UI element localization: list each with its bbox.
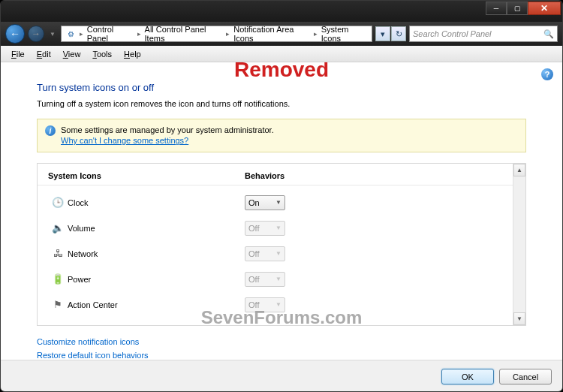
volume-icon: 🔈 <box>48 222 68 234</box>
dialog-footer: OK Cancel <box>1 360 562 392</box>
ok-button[interactable]: OK <box>441 369 494 384</box>
row-label: Power <box>68 275 245 284</box>
network-icon: 🖧 <box>48 248 68 259</box>
crumb-sep-icon[interactable]: ▸ <box>225 30 230 38</box>
chevron-down-icon: ▼ <box>275 250 282 257</box>
window-frame: ─ ▢ ✕ ← → ▼ ⚙ ▸ Control Panel ▸ All Cont… <box>0 0 563 392</box>
forward-button[interactable]: → <box>28 26 44 42</box>
power-icon: 🔋 <box>48 273 68 285</box>
scroll-track[interactable] <box>513 176 525 312</box>
info-icon: i <box>45 125 56 136</box>
behavior-select: Off▼ <box>245 221 285 236</box>
row-label: Volume <box>68 224 245 233</box>
scroll-up-button[interactable]: ▲ <box>513 164 525 176</box>
chevron-down-icon: ▼ <box>275 225 282 231</box>
content-area: Removed ? Turn system icons on or off Tu… <box>1 62 562 360</box>
info-text: Some settings are managed by your system… <box>61 125 274 146</box>
table-row: 🔈VolumeOff▼ <box>48 216 515 241</box>
chevron-down-icon: ▼ <box>275 199 282 206</box>
cancel-button[interactable]: Cancel <box>499 369 552 384</box>
window-controls: ─ ▢ ✕ <box>486 2 561 15</box>
chevron-down-icon: ▼ <box>275 276 282 282</box>
watermark-removed: Removed <box>234 62 329 82</box>
table-body: 🕒ClockOn▼🔈VolumeOff▼🖧NetworkOff▼🔋PowerOf… <box>38 185 525 325</box>
scrollbar[interactable]: ▲ ▼ <box>513 164 525 325</box>
menu-help[interactable]: Help <box>118 48 147 60</box>
search-icon[interactable]: 🔍 <box>543 29 554 39</box>
watermark-sevenforums: SevenForums.com <box>201 307 363 328</box>
col-system-icons: System Icons <box>48 171 245 180</box>
table-header: System Icons Behaviors <box>38 164 525 185</box>
select-value: Off <box>248 249 259 258</box>
behavior-select[interactable]: On▼ <box>245 195 285 210</box>
system-icons-table: ▲ ▼ System Icons Behaviors 🕒ClockOn▼🔈Vol… <box>37 163 526 326</box>
clock-icon: 🕒 <box>48 197 68 208</box>
maximize-button[interactable]: ▢ <box>507 2 528 15</box>
help-icon[interactable]: ? <box>541 68 553 80</box>
page-description: Turning off a system icon removes the ic… <box>37 99 526 119</box>
table-row: 🕒ClockOn▼ <box>48 190 515 216</box>
customize-link[interactable]: Customize notification icons <box>37 335 526 348</box>
banner-help-link[interactable]: Why can't I change some settings? <box>61 136 188 145</box>
menu-bar: File Edit View Tools Help <box>1 46 562 62</box>
banner-text: Some settings are managed by your system… <box>61 125 274 134</box>
close-button[interactable]: ✕ <box>528 2 561 15</box>
address-tools: ▾ ↻ <box>375 26 406 41</box>
crumb-sep-icon[interactable]: ▸ <box>137 30 142 38</box>
behavior-select: Off▼ <box>245 246 285 261</box>
table-row: 🖧NetworkOff▼ <box>48 241 515 267</box>
select-value: Off <box>248 224 259 233</box>
restore-link[interactable]: Restore default icon behaviors <box>37 348 526 360</box>
breadcrumb-item[interactable]: All Control Panel Items <box>142 25 226 43</box>
history-dropdown-icon[interactable]: ▼ <box>47 31 58 38</box>
refresh-button[interactable]: ↻ <box>391 26 406 41</box>
control-panel-icon: ⚙ <box>65 28 77 40</box>
nav-toolbar: ← → ▼ ⚙ ▸ Control Panel ▸ All Control Pa… <box>1 22 562 46</box>
col-behaviors: Behaviors <box>245 171 285 180</box>
address-bar[interactable]: ⚙ ▸ Control Panel ▸ All Control Panel It… <box>61 26 372 42</box>
address-dropdown-button[interactable]: ▾ <box>375 26 390 41</box>
menu-edit[interactable]: Edit <box>31 48 57 60</box>
menu-tools[interactable]: Tools <box>86 48 118 60</box>
behavior-select: Off▼ <box>245 272 285 287</box>
search-input[interactable]: Search Control Panel 🔍 <box>409 26 558 42</box>
select-value: Off <box>248 275 259 284</box>
crumb-sep-icon[interactable]: ▸ <box>313 30 318 38</box>
bottom-links: Customize notification icons Restore def… <box>37 326 526 360</box>
titlebar[interactable]: ─ ▢ ✕ <box>1 1 562 22</box>
breadcrumb-item[interactable]: Notification Area Icons <box>230 25 312 43</box>
menu-view[interactable]: View <box>57 48 87 60</box>
table-row: 🔋PowerOff▼ <box>48 267 515 292</box>
scroll-down-button[interactable]: ▼ <box>513 312 525 325</box>
breadcrumb-item[interactable]: Control Panel <box>84 25 137 43</box>
search-placeholder: Search Control Panel <box>413 29 492 38</box>
breadcrumb-item[interactable]: System Icons <box>318 25 370 43</box>
row-label: Clock <box>68 198 245 207</box>
action-center-icon: ⚑ <box>48 299 68 310</box>
minimize-button[interactable]: ─ <box>486 2 507 15</box>
crumb-sep-icon[interactable]: ▸ <box>79 30 84 38</box>
admin-info-banner: i Some settings are managed by your syst… <box>37 119 526 152</box>
back-button[interactable]: ← <box>5 24 25 44</box>
select-value: On <box>248 198 260 207</box>
menu-file[interactable]: File <box>5 48 31 60</box>
row-label: Network <box>68 249 245 258</box>
